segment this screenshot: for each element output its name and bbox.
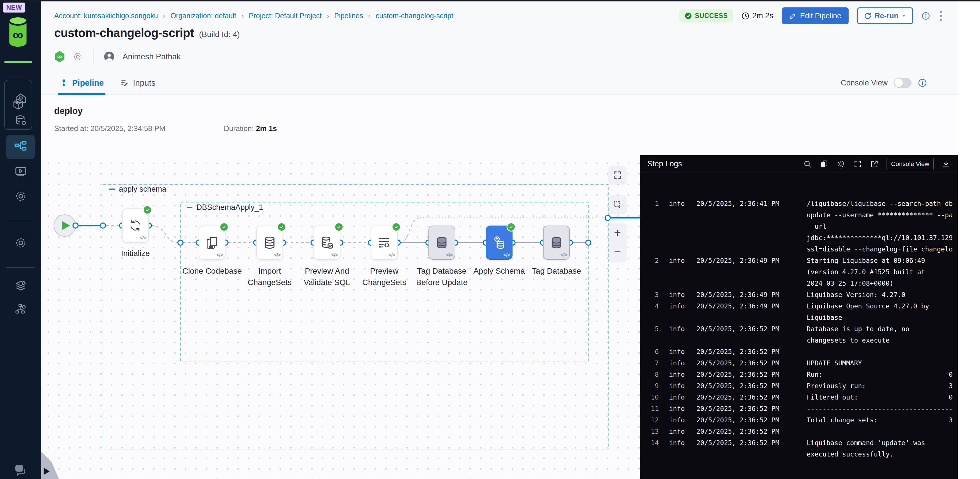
step-node-import-changesets[interactable]: </>	[256, 225, 283, 260]
elapsed-time: 2m 2s	[741, 11, 773, 20]
sidebar: NEW ∞	[0, 0, 41, 479]
changeset-list-icon	[377, 235, 392, 250]
log-row: 4info20/5/2025, 2:36:49 PMLiquibase Open…	[640, 300, 958, 323]
log-search-icon[interactable]	[803, 160, 812, 168]
pencil-icon	[789, 12, 797, 20]
zoom-in-button[interactable]: +	[609, 224, 626, 242]
canvas-fullscreen-button[interactable]	[609, 166, 626, 184]
success-badge	[334, 222, 344, 232]
sidebar-item-connectors[interactable]	[14, 303, 27, 316]
log-row: 1info20/5/2025, 2:36:41 PM/liquibase/liq…	[640, 198, 958, 255]
sidebar-item-executions[interactable]	[14, 165, 27, 178]
step-label: Initialize	[104, 248, 167, 259]
chevron-right-icon: ›	[242, 12, 244, 20]
log-row: 8info20/5/2025, 2:36:52 PMRun: 0	[640, 369, 958, 380]
meta-row: ∞ Animesh Pathak	[54, 50, 181, 63]
fullscreen-icon	[612, 170, 622, 180]
tab-pipeline[interactable]: Pipeline	[60, 71, 104, 95]
chevron-right-icon: ›	[327, 12, 329, 20]
step-node-apply-schema[interactable]: </>	[486, 225, 512, 260]
stage-label[interactable]: apply schema	[109, 185, 167, 194]
sidebar-item-pipelines-active[interactable]	[6, 135, 35, 159]
success-badge	[220, 222, 229, 232]
breadcrumb-organization[interactable]: Organization: default	[170, 12, 236, 20]
svg-text:∞: ∞	[57, 53, 62, 60]
sync-icon	[128, 218, 143, 233]
zoom-out-button[interactable]: −	[609, 242, 626, 261]
step-label: Import ChangeSets	[238, 265, 301, 288]
sidebar-divider	[6, 221, 35, 221]
db-devops-logo[interactable]: ∞	[8, 16, 27, 49]
sidebar-item-home[interactable]	[14, 92, 27, 105]
log-download-icon[interactable]	[942, 160, 950, 168]
log-row: 3info20/5/2025, 2:36:49 PMLiquibase Vers…	[640, 289, 958, 300]
console-view-toggle[interactable]	[894, 78, 912, 88]
log-console-view-button[interactable]: Console View	[886, 158, 934, 170]
check-circle-icon	[684, 12, 692, 20]
caret-down-icon	[901, 13, 907, 19]
started-value: 20/5/2025, 2:34:58 PM	[91, 124, 165, 133]
database-tag-icon	[434, 235, 449, 250]
success-badge	[143, 205, 152, 214]
gear-icon[interactable]	[72, 51, 83, 62]
sidebar-item-settings-2[interactable]	[14, 236, 27, 249]
sidebar-divider	[6, 267, 35, 268]
page-title: custom-changelog-script	[54, 26, 194, 40]
log-settings-icon[interactable]	[836, 160, 845, 168]
breadcrumb-pipeline-name[interactable]: custom-changelog-script	[376, 12, 453, 20]
step-logs-header: Step Logs Console View	[640, 155, 958, 173]
log-open-external-icon[interactable]	[870, 160, 878, 168]
run-info-icon[interactable]	[921, 12, 930, 20]
step-node-preview-validate-sql[interactable]: </>	[313, 225, 340, 260]
header-actions: SUCCESS 2m 2s Edit Pipeline Re-run	[679, 7, 943, 24]
step-node-tag-database[interactable]: </>	[543, 225, 570, 260]
step-node-tag-database-before-update[interactable]: </>	[428, 225, 455, 260]
edit-pipeline-button[interactable]: Edit Pipeline	[782, 7, 849, 24]
status-badge: SUCCESS	[679, 9, 733, 22]
breadcrumb-account[interactable]: Account: kurosakiichigo.songoku	[54, 12, 158, 20]
console-view-control: Console View	[841, 71, 927, 95]
chevron-right-icon: ›	[163, 12, 165, 20]
module-indicator-bar	[4, 61, 32, 63]
log-row: 11info20/5/2025, 2:36:52 PM-------------…	[640, 403, 958, 414]
stepgroup-label[interactable]: DBSchemaApply_1	[187, 203, 263, 212]
pipelines-icon	[14, 140, 27, 154]
sidebar-item-databases[interactable]	[14, 114, 27, 127]
log-row: 6info20/5/2025, 2:36:52 PM	[640, 346, 958, 357]
app-root: NEW ∞	[0, 0, 980, 479]
step-label: Apply Schema	[468, 265, 530, 277]
more-options-menu[interactable]	[939, 10, 943, 22]
breadcrumb-pipelines[interactable]: Pipelines	[334, 12, 363, 20]
collapse-icon[interactable]	[187, 207, 192, 208]
step-label: Tag Database	[525, 265, 588, 277]
pipeline-canvas[interactable]: apply schema DBSchemaApply_1 </> Initial…	[41, 155, 640, 479]
canvas-select-button[interactable]	[609, 196, 626, 213]
new-badge: NEW	[3, 3, 25, 13]
rerun-button[interactable]: Re-run	[857, 7, 913, 24]
divider	[93, 49, 94, 64]
database-tag-icon	[549, 235, 564, 250]
log-copy-icon[interactable]	[820, 160, 828, 168]
step-node-clone-codebase[interactable]: </>	[199, 225, 226, 260]
sidebar-item-settings-1[interactable]	[14, 190, 27, 203]
success-badge	[277, 222, 286, 232]
browser-chrome-strip	[0, 0, 980, 2]
log-body: 1info20/5/2025, 2:36:41 PM/liquibase/liq…	[640, 173, 958, 460]
log-fullscreen-icon[interactable]	[853, 160, 862, 168]
chevron-right-icon: ›	[368, 12, 371, 20]
step-node-preview-changesets[interactable]: </>	[371, 225, 398, 260]
step-node-initialize[interactable]: </>	[122, 208, 149, 243]
breadcrumb-project[interactable]: Project: Default Project	[249, 12, 322, 20]
log-row: 5info20/5/2025, 2:36:52 PMDatabase is up…	[640, 323, 958, 346]
collapse-icon[interactable]	[109, 189, 115, 190]
sidebar-item-environments[interactable]	[14, 279, 27, 292]
tab-bar: Pipeline Inputs Console View	[41, 71, 958, 95]
info-icon[interactable]	[918, 78, 927, 87]
step-logs-title: Step Logs	[648, 160, 682, 168]
log-row: 9info20/5/2025, 2:36:52 PMPreviously run…	[640, 380, 958, 392]
main-content: Account: kurosakiichigo.songoku › Organi…	[41, 0, 980, 479]
clock-icon	[741, 12, 749, 20]
tab-inputs[interactable]: Inputs	[120, 71, 155, 95]
zoom-controls: + −	[609, 224, 626, 261]
help-chat-icon[interactable]: ?	[13, 463, 28, 478]
